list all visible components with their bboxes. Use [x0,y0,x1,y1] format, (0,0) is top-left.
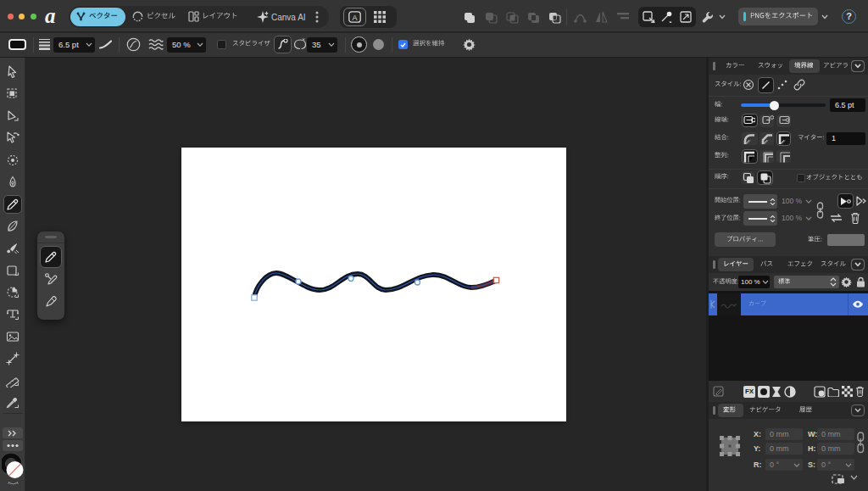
svg-text:A: A [352,14,357,22]
